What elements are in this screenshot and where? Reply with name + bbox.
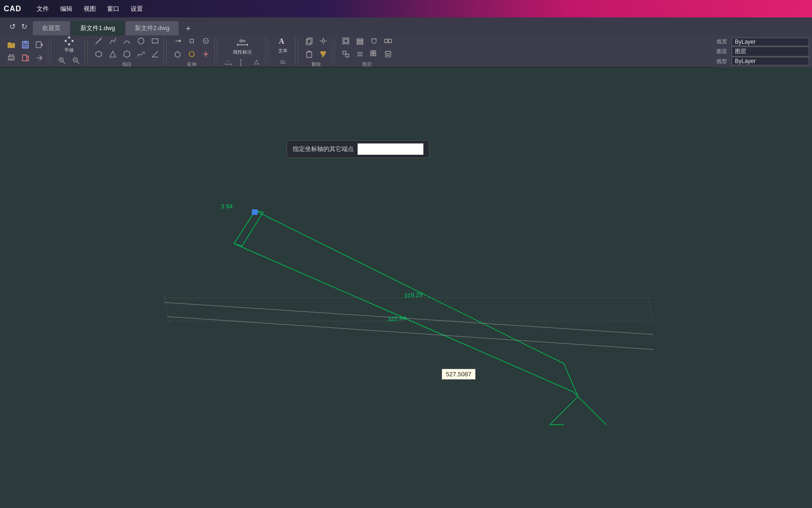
spline-button[interactable] [134,48,148,60]
linetype-row: 线型 ByLayer [717,57,809,65]
svg-rect-49 [357,41,363,42]
svg-rect-55 [346,54,349,57]
svg-rect-48 [357,39,363,40]
layer-match2-button[interactable] [339,48,352,60]
svg-rect-62 [374,54,376,56]
share-button[interactable] [33,52,46,64]
tab-file1[interactable]: 新文件1.dwg [71,21,125,35]
paste-button[interactable] [303,48,316,60]
toolbar-dim-section: dim 线性标注 [220,37,265,65]
open-button[interactable] [5,39,18,51]
text-button[interactable]: A 文本 [273,35,293,54]
menu-window[interactable]: 窗口 [102,3,125,15]
toolbar-move-section: 平移 [54,37,85,65]
toolbar-extend-section: 延伸 [169,37,215,65]
dim-angle-button[interactable] [250,56,263,69]
save-button[interactable] [19,39,32,51]
svg-rect-51 [385,39,388,42]
copy-button[interactable] [303,35,316,47]
svg-rect-46 [343,38,349,44]
triangle-button[interactable] [106,48,119,60]
svg-point-24 [189,51,195,56]
hexagon-button[interactable] [120,48,133,60]
grid-button[interactable] [367,48,381,60]
linetype-annotation-button[interactable]: dim 线性标注 [232,34,253,56]
menu-view[interactable]: 视图 [78,3,102,15]
svg-point-19 [179,40,181,42]
block-button[interactable] [382,35,395,47]
snap-cross-button[interactable] [199,48,212,60]
drawing-canvas[interactable]: 3 84 319.29 322.64 指定坐标轴的其它端点 527.5087 [0,67,812,508]
tabs-bar: ↺ ↻ 欢迎页 新文件1.dwg 新文件2.dwg + [0,17,812,35]
tab-add-button[interactable]: + [181,22,195,35]
dimension-value: 527.5087 [446,371,471,378]
svg-rect-42 [307,38,312,43]
menu-settings[interactable]: 设置 [125,3,148,15]
zoom-in-button[interactable] [55,55,69,67]
linewidth-label: 线宽 [717,38,730,45]
move-button[interactable]: 平移 [59,36,79,54]
rect-button[interactable] [148,35,162,47]
svg-point-44 [322,40,324,42]
svg-point-63 [385,51,391,53]
preview-button[interactable] [33,39,46,51]
drawing-svg: 3 84 319.29 322.64 [0,67,812,508]
properties-button[interactable] [317,35,330,47]
redo-button[interactable]: ↻ [19,21,29,32]
linewidth-value[interactable]: ByLayer [732,38,809,46]
tab-file2[interactable]: 新文件2.dwg [125,21,179,35]
svg-text:A: A [279,37,284,45]
main-toolbar: 平移 [0,35,812,67]
dim-horiz-button[interactable] [222,56,235,69]
linewidth-row: 线宽 ByLayer [717,38,809,46]
polyline-button[interactable] [106,35,119,47]
print-button[interactable] [5,52,18,64]
svg-rect-20 [190,39,193,42]
circle-button[interactable] [134,35,148,47]
arc-button[interactable] [120,35,133,47]
svg-text:322.64: 322.64 [387,314,406,323]
command-input[interactable] [358,143,423,155]
menu-edit[interactable]: 编辑 [55,3,78,15]
svg-rect-64 [0,67,812,508]
layer-match-button[interactable] [339,35,352,47]
snap-polygon-button[interactable] [171,48,184,60]
layer-value[interactable]: 图层 [732,47,809,56]
endpoint-button[interactable] [171,35,184,47]
undo-redo-area: ↺ ↻ [4,17,33,35]
snap-circle-button[interactable] [199,35,212,47]
svg-rect-45 [307,52,312,57]
format-brush-button[interactable] [317,48,330,60]
undo-button[interactable]: ↺ [8,21,17,32]
svg-marker-14 [110,51,116,57]
svg-rect-78 [252,209,258,215]
line-angle-button[interactable] [148,48,162,60]
svg-rect-12 [152,39,158,43]
snap-circle2-button[interactable] [185,48,198,60]
layer-isolate-button[interactable] [353,35,367,47]
layer-align-button[interactable] [353,48,367,60]
linetype-value[interactable]: ByLayer [732,57,809,65]
svg-rect-54 [343,51,346,54]
svg-rect-4 [36,41,41,48]
layer-freeze-button[interactable] [367,35,381,47]
toolbar-layer-section: 图层 [337,37,397,65]
layer-manager-button[interactable] [382,48,395,60]
svg-rect-47 [344,39,347,42]
layer-row: 图层 图层 [717,47,809,56]
dim-vert-button[interactable] [236,56,249,69]
svg-rect-61 [371,54,373,56]
linetype-label: 线型 [717,58,730,65]
tab-welcome[interactable]: 欢迎页 [33,21,70,35]
command-label: 指定坐标轴的其它端点 [293,145,354,153]
polygon-button[interactable] [92,48,105,60]
svg-rect-3 [23,45,28,47]
midpoint-button[interactable] [185,35,198,47]
menu-file[interactable]: 文件 [31,3,55,15]
delete-label: 删除 [312,61,321,68]
export-button[interactable] [19,52,32,64]
text-style-button[interactable] [276,55,289,67]
zoom-out-button[interactable] [70,55,83,67]
line-tool-button[interactable] [92,35,105,47]
svg-rect-2 [23,41,27,43]
